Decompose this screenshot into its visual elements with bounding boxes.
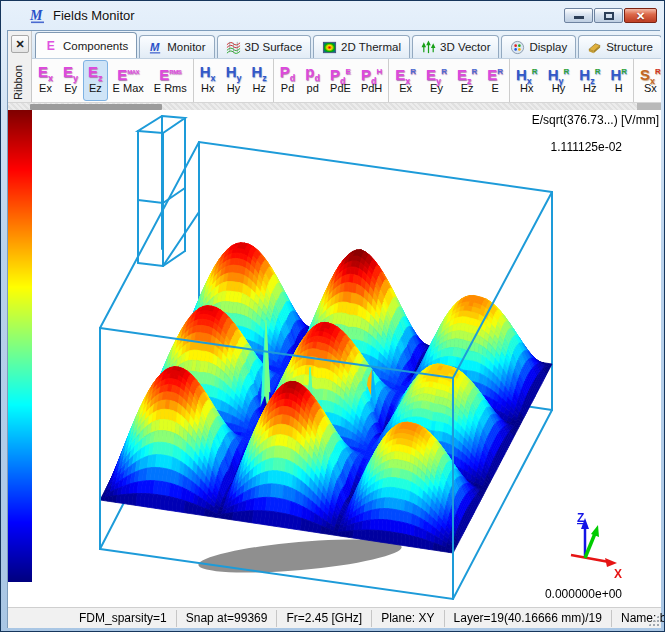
close-button[interactable]: ✕ [624, 8, 657, 23]
tab-3d-surface[interactable]: 3D Surface [217, 35, 312, 58]
monitor-icon: M [148, 40, 163, 55]
field-glyph: ER [487, 62, 503, 82]
field-button-hy-h[interactable]: HyHy [221, 60, 247, 101]
tab-structure[interactable]: Structure [578, 35, 661, 58]
plot-area[interactable]: Z X E/sqrt(376.73...) [V/mm] 1.111125e-0… [8, 110, 661, 607]
toolbar: ExExEyEyEzEzEMAXE MaxERMSE RmsHxHxHyHyHz… [32, 59, 661, 102]
field-glyph: HzR [579, 62, 600, 82]
colorbar-title: E/sqrt(376.73...) [V/mm] [532, 113, 659, 127]
field-glyph: PdH [361, 62, 382, 82]
field-glyph: Hy [226, 62, 242, 82]
field-button-ey-e[interactable]: EyEy [58, 60, 83, 101]
field-glyph: EMAX [117, 62, 139, 82]
field-glyph: Ez [88, 62, 103, 82]
svg-text:M: M [150, 41, 160, 53]
tab-2d-thermal[interactable]: 2D Thermal [313, 35, 410, 58]
field-button-label: Hz [583, 82, 596, 95]
tab-label: 2D Thermal [341, 41, 401, 53]
field-button-hx-h[interactable]: HxHx [195, 60, 221, 101]
window-controls: ✕ [564, 8, 657, 23]
field-glyph: Ex [38, 62, 53, 82]
field-button-label: pd [307, 82, 319, 95]
wireframe-front: Z X [8, 110, 661, 607]
field-button-label: Ey [64, 82, 77, 95]
tab-label: Components [63, 40, 128, 52]
field-button-h-hr[interactable]: HRH [605, 60, 632, 101]
app-logo-icon: M [29, 7, 47, 24]
client-area: ✕ Ribbon EComponentsMMonitor3D Surface2D… [7, 30, 660, 628]
window-title: Fields Monitor [53, 8, 135, 23]
field-button-hy-hr[interactable]: HyRHy [543, 60, 575, 101]
field-button-label: Pd [281, 82, 294, 95]
colorbar-max-label: 1.111125e-02 [551, 140, 622, 154]
field-button-hz-hr[interactable]: HzRHz [574, 60, 605, 101]
toolbar-group-0: ExExEyEyEzEzEMAXE MaxERMSE Rms [32, 59, 193, 102]
tab-monitor[interactable]: MMonitor [139, 35, 214, 58]
field-button-label: PdE [330, 82, 351, 95]
field-button-label: E [491, 82, 498, 95]
field-button-ex-er[interactable]: ExREx [390, 60, 421, 101]
status-item-2: Fr=2.45 [GHz] [277, 610, 372, 627]
ribbon-strip-label: Ribbon [12, 59, 28, 107]
field-glyph: HyR [548, 62, 570, 82]
svg-text:M: M [29, 8, 43, 23]
field-button-ex-e[interactable]: ExEx [33, 60, 58, 101]
field-button-label: H [615, 82, 623, 95]
ribbon-strip: ✕ Ribbon [8, 31, 32, 110]
title-bar[interactable]: M Fields Monitor ✕ [1, 1, 665, 30]
toolbar-scrollbar[interactable] [8, 102, 661, 110]
tab-components[interactable]: EComponents [35, 32, 137, 58]
colorbar [8, 110, 32, 582]
field-button-hz-h[interactable]: HzHz [246, 60, 271, 101]
field-glyph: Hx [200, 62, 216, 82]
field-button-ey-er[interactable]: EyREy [421, 60, 452, 101]
axis-triad: Z X [571, 511, 622, 581]
axis-z-label: Z [577, 511, 584, 525]
toolbar-group-4: HxRHxHyRHyHzRHzHRH [509, 59, 633, 102]
field-button-label: Sx [644, 82, 657, 95]
field-button-label: Hz [252, 82, 265, 95]
toolbar-group-1: HxHxHyHyHzHz [193, 59, 273, 102]
status-item-3: Plane: XY [372, 610, 444, 627]
tab-label: 3D Vector [440, 41, 491, 53]
structure-icon [587, 40, 602, 55]
minimize-button[interactable] [564, 8, 593, 23]
field-button-pdh-e[interactable]: PdHPdH [356, 60, 387, 101]
field-glyph: ERMS [159, 62, 181, 82]
field-button-label: Hx [201, 82, 214, 95]
field-button-hx-hr[interactable]: HxRHx [511, 60, 543, 101]
field-glyph: ExR [395, 62, 416, 82]
field-button-pd-e[interactable]: PdPd [275, 60, 301, 101]
tab-display[interactable]: Display [501, 35, 576, 58]
field-glyph: Hz [251, 62, 266, 82]
tab-3d-vector[interactable]: 3D Vector [412, 35, 500, 58]
status-bar: FDM_sparsity=1Snap at=99369Fr=2.45 [GHz]… [8, 607, 661, 628]
field-glyph: PdE [330, 62, 351, 82]
field-button-label: Ey [430, 82, 443, 95]
field-button-label: Hy [552, 82, 565, 95]
field-button-ez-er[interactable]: EzREz [452, 60, 482, 101]
field-button-e-er[interactable]: ERE [482, 60, 508, 101]
field-button-e-max-e[interactable]: EMAXE Max [108, 60, 149, 101]
field-button-label: Hy [227, 82, 240, 95]
tab-label: Display [529, 41, 567, 53]
field-button-label: Ez [89, 82, 102, 95]
field-button-ez-e[interactable]: EzEz [83, 60, 108, 101]
colorbar-min-label: 0.000000e+00 [545, 587, 622, 601]
field-glyph: EzR [457, 62, 477, 82]
field-button-pde-e[interactable]: PdEPdE [325, 60, 356, 101]
toolbar-group-5: SxRSxSyRSySzRSzSRS [633, 59, 661, 102]
field-button-e-rms-e[interactable]: ERMSE Rms [149, 60, 192, 101]
status-item-0: FDM_sparsity=1 [70, 610, 177, 627]
field-button-sx-sr[interactable]: SxRSx [635, 60, 661, 101]
maximize-button[interactable] [594, 8, 623, 23]
field-button-pd-e[interactable]: pdpd [300, 60, 325, 101]
field-glyph: SxR [640, 62, 661, 82]
field-glyph: HR [610, 62, 627, 82]
ribbon-close-button[interactable]: ✕ [11, 35, 29, 53]
maximize-icon [604, 12, 614, 20]
vector-3d-icon [421, 40, 436, 55]
fields-monitor-window: M Fields Monitor ✕ ✕ Ribbon EComponentsM… [0, 0, 665, 632]
field-button-label: Ex [399, 82, 412, 95]
axis-x-label: X [614, 567, 622, 581]
